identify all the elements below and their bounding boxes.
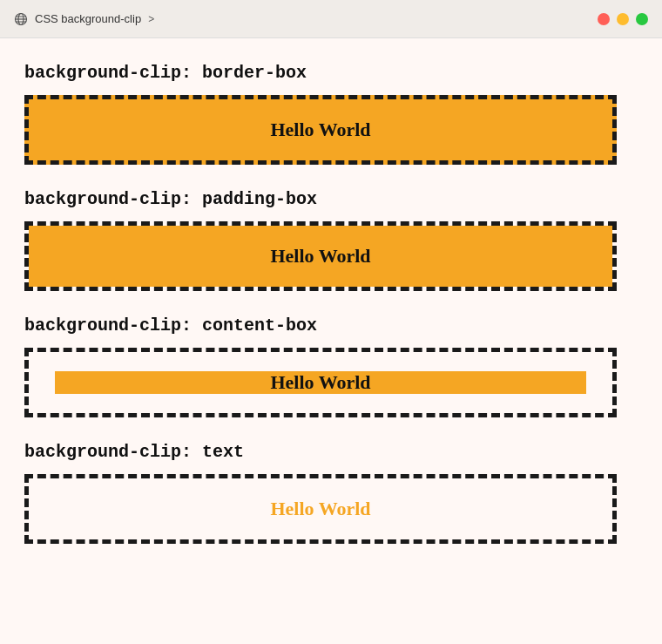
demo-box-border-box: Hello World — [24, 95, 617, 165]
section-border-box: background-clip: border-box Hello World — [24, 63, 638, 165]
demo-box-content-box: Hello World — [24, 348, 617, 417]
hello-text-text: Hello World — [270, 498, 370, 520]
section-title-text: background-clip: text — [24, 442, 638, 462]
tab-label: CSS background-clip — [35, 12, 141, 25]
globe-icon — [14, 12, 28, 26]
section-title-border-box: background-clip: border-box — [24, 63, 638, 83]
maximize-button[interactable] — [636, 13, 648, 25]
section-content-box: background-clip: content-box Hello World — [24, 315, 638, 417]
window-controls — [598, 13, 648, 25]
demo-box-padding-box: Hello World — [24, 221, 617, 291]
section-title-padding-box: background-clip: padding-box — [24, 189, 638, 209]
close-button[interactable] — [598, 13, 610, 25]
section-text: background-clip: text Hello World — [24, 442, 638, 544]
hello-text-content-box: Hello World — [270, 371, 370, 394]
hello-text-border-box: Hello World — [270, 119, 370, 141]
browser-chrome: CSS background-clip > — [0, 0, 662, 38]
minimize-button[interactable] — [617, 13, 629, 25]
demo-box-text: Hello World — [24, 474, 617, 544]
main-content: background-clip: border-box Hello World … — [0, 38, 662, 603]
section-padding-box: background-clip: padding-box Hello World — [24, 189, 638, 291]
tab-chevron: > — [148, 13, 154, 25]
browser-tab[interactable]: CSS background-clip > — [14, 12, 154, 26]
hello-text-padding-box: Hello World — [270, 245, 370, 268]
section-title-content-box: background-clip: content-box — [24, 315, 638, 336]
